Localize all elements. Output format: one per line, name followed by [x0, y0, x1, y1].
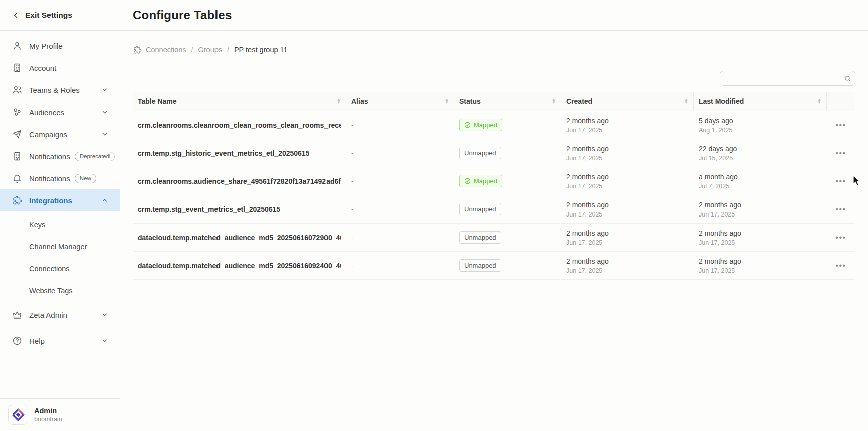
settings-sidebar: Exit Settings My Profile Account Teams &…: [0, 0, 120, 431]
sidebar-item-campaigns[interactable]: Campaigns: [0, 123, 120, 145]
account-org: boomtrain: [34, 416, 62, 423]
modified-relative: 2 months ago: [699, 257, 741, 265]
sidebar-item-notifications-new[interactable]: Notifications New: [0, 167, 120, 189]
table-row[interactable]: crm.temp.stg_event_metrics_etl_20250615 …: [133, 195, 855, 224]
app-window: Exit Settings My Profile Account Teams &…: [0, 0, 868, 431]
page-title: Configure Tables: [133, 8, 232, 22]
sort-icon: ▲▼: [548, 98, 556, 104]
alias-cell: -: [351, 262, 353, 269]
sidebar-subitem-label: Connections: [29, 265, 70, 273]
column-header-alias[interactable]: Alias ▲▼: [346, 92, 454, 111]
exit-settings-label: Exit Settings: [25, 11, 72, 20]
new-badge: New: [75, 174, 96, 183]
sidebar-subitem-label: Keys: [29, 221, 45, 229]
exit-settings-button[interactable]: Exit Settings: [0, 0, 120, 31]
account-footer[interactable]: Admin boomtrain: [0, 398, 120, 431]
chevron-down-icon: [101, 109, 108, 116]
status-badge: Unmapped: [459, 203, 501, 216]
puzzle-icon: [133, 45, 142, 54]
status-label: Unmapped: [464, 205, 496, 213]
column-header-created[interactable]: Created ▲▼: [561, 92, 694, 111]
row-actions-button[interactable]: •••: [833, 233, 848, 243]
sort-icon: ▲▼: [441, 98, 449, 104]
search-input[interactable]: [720, 71, 840, 85]
modified-relative: 5 days ago: [699, 117, 733, 125]
crown-icon: [12, 310, 22, 320]
sidebar-subitem-website-tags[interactable]: Website Tags: [0, 280, 120, 302]
breadcrumb: Connections / Groups / PP test group 11: [133, 44, 855, 55]
deprecated-badge: Deprecated: [75, 152, 115, 161]
sidebar-item-teams-roles[interactable]: Teams & Roles: [0, 79, 120, 101]
table-name-cell: crm.cleanrooms.cleanroom_clean_rooms_cle…: [138, 121, 341, 129]
sidebar-item-audiences[interactable]: Audiences: [0, 101, 120, 123]
column-header-last-modified[interactable]: Last Modified ▲▼: [694, 92, 827, 111]
page-content: Connections / Groups / PP test group 11 …: [120, 31, 868, 280]
sort-icon: ▲▼: [813, 98, 821, 104]
column-label: Alias: [351, 97, 368, 105]
search-button[interactable]: [840, 71, 855, 85]
page-header: Configure Tables: [120, 0, 868, 31]
row-actions-button[interactable]: •••: [833, 176, 848, 186]
created-relative: 2 months ago: [566, 117, 609, 125]
alias-cell: -: [351, 234, 353, 241]
breadcrumb-separator: /: [191, 46, 193, 54]
check-circle-icon: [464, 178, 471, 184]
status-badge: Mapped: [459, 119, 502, 131]
modified-relative: 2 months ago: [699, 201, 741, 209]
sidebar-item-zeta-admin[interactable]: Zeta Admin: [0, 304, 120, 326]
created-date: Jun 17, 2025: [566, 155, 602, 162]
created-relative: 2 months ago: [566, 257, 609, 265]
status-label: Mapped: [474, 121, 497, 129]
bell-icon: [12, 173, 22, 183]
sidebar-subitem-keys[interactable]: Keys: [0, 213, 120, 236]
table-row[interactable]: datacloud.temp.matched_audience_md5_2025…: [133, 224, 855, 252]
sidebar-spacer: [0, 352, 120, 398]
modified-relative: a month ago: [699, 173, 738, 181]
table-row[interactable]: datacloud.temp.matched_audience_md5_2025…: [133, 252, 855, 280]
sidebar-item-label: Notifications: [29, 174, 70, 183]
chevron-down-icon: [101, 337, 108, 344]
modified-date: Jun 17, 2025: [699, 211, 735, 218]
sidebar-subitem-label: Channel Manager: [29, 243, 87, 251]
row-actions-button[interactable]: •••: [833, 148, 848, 158]
search-row: [133, 71, 855, 86]
created-date: Jun 17, 2025: [566, 239, 602, 246]
sidebar-item-label: Help: [29, 337, 45, 345]
integrations-submenu: Keys Channel Manager Connections Website…: [0, 213, 120, 302]
sidebar-subitem-channel-manager[interactable]: Channel Manager: [0, 236, 120, 258]
row-actions-button[interactable]: •••: [833, 120, 848, 130]
column-header-table-name[interactable]: Table Name ▲▼: [133, 92, 346, 111]
circles-icon: [12, 107, 22, 117]
status-label: Unmapped: [464, 233, 496, 242]
column-label: Status: [459, 97, 481, 105]
status-badge: Mapped: [459, 175, 502, 187]
table-name-cell: datacloud.temp.matched_audience_md5_2025…: [138, 234, 341, 242]
table-row[interactable]: crm.cleanrooms.cleanroom_clean_rooms_cle…: [133, 111, 855, 139]
breadcrumb-link-connections[interactable]: Connections: [146, 46, 186, 54]
sidebar-subitem-label: Website Tags: [29, 287, 73, 295]
column-header-status[interactable]: Status ▲▼: [454, 92, 561, 111]
main-panel: Configure Tables Connections / Groups / …: [120, 0, 868, 431]
created-relative: 2 months ago: [566, 229, 609, 237]
breadcrumb-link-groups[interactable]: Groups: [198, 46, 223, 54]
sidebar-item-help[interactable]: Help: [0, 330, 120, 352]
status-label: Mapped: [474, 177, 497, 185]
row-actions-button[interactable]: •••: [833, 204, 848, 214]
sidebar-item-my-profile[interactable]: My Profile: [0, 35, 120, 57]
table-name-cell: crm.cleanrooms.audience_share_49561f7282…: [138, 177, 341, 185]
check-circle-icon: [464, 122, 471, 128]
question-circle-icon: [12, 336, 22, 346]
created-date: Jun 17, 2025: [566, 211, 602, 218]
table-row[interactable]: crm.temp.stg_historic_event_metrics_etl_…: [133, 139, 855, 167]
sidebar-subitem-connections[interactable]: Connections: [0, 258, 120, 280]
table-row[interactable]: crm.cleanrooms.audience_share_49561f7282…: [133, 167, 855, 195]
chevron-up-icon: [101, 197, 108, 204]
sidebar-item-integrations[interactable]: Integrations: [0, 189, 120, 211]
sidebar-item-label: Teams & Roles: [29, 86, 80, 94]
sidebar-item-notifications-deprecated[interactable]: Notifications Deprecated: [0, 145, 120, 167]
modified-relative: 22 days ago: [699, 145, 737, 153]
paper-plane-icon: [12, 129, 22, 139]
row-actions-button[interactable]: •••: [833, 261, 848, 271]
sidebar-item-account[interactable]: Account: [0, 57, 120, 79]
puzzle-icon: [12, 195, 22, 205]
